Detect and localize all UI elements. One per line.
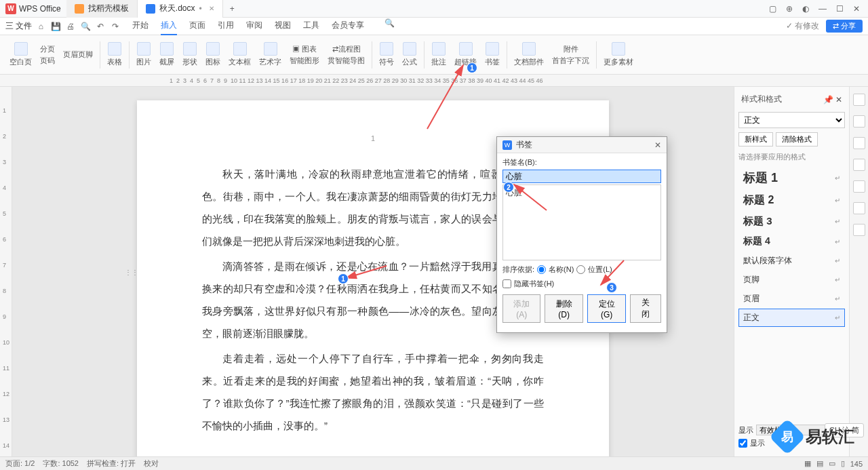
minimize-icon[interactable]: — — [818, 4, 827, 14]
textbox-icon — [233, 42, 247, 56]
print-icon[interactable]: 🖨 — [64, 20, 77, 33]
style-item-h3[interactable]: 标题 3↵ — [738, 212, 845, 231]
window-icon[interactable]: ▢ — [769, 4, 776, 14]
paragraph[interactable]: 走着走着，远处一个人停下了自行车，手中撑着一把伞，匆匆向我走来。近看走来的是我的… — [202, 347, 544, 437]
hyperlink-button[interactable]: 超链接 — [450, 35, 481, 74]
spell-status[interactable]: 拼写检查: 打开 — [87, 458, 136, 469]
horizontal-ruler[interactable]: 1 2 3 4 5 6 7 8 9 10 11 12 13 14 15 16 1… — [0, 75, 868, 87]
icon-button[interactable]: 图标 — [201, 35, 224, 74]
tab-member[interactable]: 会员专享 — [332, 17, 364, 35]
wordart-button[interactable]: 艺术字 — [255, 35, 285, 74]
formula-button[interactable]: 公式 — [398, 35, 421, 74]
view-icon[interactable]: ▦ — [804, 459, 811, 468]
tab-add[interactable]: + — [223, 4, 241, 14]
show-checkbox[interactable] — [738, 439, 747, 448]
style-item-h1[interactable]: 标题 1↵ — [738, 166, 845, 189]
maximize-icon[interactable]: ☐ — [836, 4, 844, 14]
page-break-button[interactable]: 分页页码 — [36, 35, 59, 74]
save-icon[interactable]: 💾 — [50, 20, 62, 33]
return-icon: ↵ — [835, 174, 840, 182]
close-button[interactable]: 关闭 — [630, 294, 661, 323]
tool-icon[interactable] — [853, 202, 865, 214]
view-icon[interactable]: ▭ — [829, 459, 835, 468]
style-item-footer[interactable]: 页脚↵ — [738, 271, 845, 289]
goto-button[interactable]: 定位(G) — [587, 294, 626, 323]
paragraph[interactable]: 滴滴答答，是雨在倾诉，还是心在流血？一片黯然浮于我用真挚付出的换来的却只有空虚和… — [202, 255, 544, 345]
tab-view[interactable]: 视图 — [275, 17, 291, 35]
sort-loc-radio[interactable] — [576, 265, 585, 274]
tab-document[interactable]: 秋天.docx • ✕ — [138, 0, 223, 18]
dialog-titlebar[interactable]: W 书签 ✕ — [497, 137, 667, 153]
comment-button[interactable]: 批注 — [427, 35, 450, 74]
sort-row: 排序依据: 名称(N) 位置(L) — [502, 265, 661, 275]
add-button[interactable]: 添加(A) — [502, 294, 540, 323]
bookmark-name-input[interactable] — [502, 170, 661, 183]
pin-icon[interactable]: 📌 — [823, 95, 833, 104]
tab-template[interactable]: 找稻壳模板 — [66, 0, 138, 18]
more-materials-button[interactable]: 更多素材 — [599, 35, 637, 74]
tab-insert[interactable]: 插入 — [161, 17, 177, 35]
proof-status[interactable]: 校对 — [144, 458, 159, 469]
chart-smartart[interactable]: ▣ 图表智能图形 — [285, 35, 323, 74]
symbol-button[interactable]: 符号 — [375, 35, 398, 74]
home-icon[interactable]: ⌂ — [35, 20, 47, 33]
tab-close[interactable]: ✕ — [209, 5, 214, 12]
close-icon[interactable]: ✕ — [835, 95, 842, 104]
search-icon[interactable]: 🔍 — [383, 17, 395, 29]
dialog-close[interactable]: ✕ — [654, 140, 661, 150]
style-item-body[interactable]: 正文↵ — [738, 309, 845, 327]
bookmark-list-item[interactable]: 心脏 — [505, 187, 659, 199]
vertical-ruler[interactable]: 123 456 789 101112 1314 — [0, 87, 12, 463]
tool-icon[interactable] — [853, 180, 865, 193]
hide-checkbox[interactable] — [502, 279, 511, 288]
bookmark-list[interactable]: 心脏 — [502, 184, 661, 260]
zoom-value[interactable]: 145 — [850, 460, 863, 468]
image-button[interactable]: 图片 — [132, 35, 155, 74]
redo-icon[interactable]: ↷ — [109, 20, 121, 33]
blank-page-button[interactable]: 空白页 — [5, 35, 36, 74]
tool-icon[interactable] — [853, 115, 865, 128]
shape-button[interactable]: 形状 — [178, 35, 201, 74]
paragraph-handle[interactable]: ⋮⋮ — [125, 269, 138, 276]
tool-icon[interactable] — [853, 159, 865, 171]
view-icon[interactable]: ▯ — [841, 459, 845, 468]
bookmark-button[interactable]: 书签 — [481, 35, 504, 74]
delete-button[interactable]: 删除(D) — [545, 294, 583, 323]
style-item-h2[interactable]: 标题 2↵ — [738, 190, 845, 211]
tool-icon[interactable] — [853, 224, 865, 236]
sort-name-radio[interactable] — [537, 265, 546, 274]
docparts-button[interactable]: 文档部件 — [510, 35, 548, 74]
tab-page[interactable]: 页面 — [189, 17, 205, 35]
close-icon[interactable]: ✕ — [853, 4, 860, 14]
new-style-button[interactable]: 新样式 — [738, 132, 773, 146]
avatar-icon[interactable]: ◐ — [802, 4, 809, 14]
tool-icon[interactable] — [853, 137, 865, 149]
current-style-select[interactable]: 正文 — [738, 112, 845, 128]
style-item-header[interactable]: 页眉↵ — [738, 290, 845, 308]
tab-start[interactable]: 开始 — [132, 17, 149, 35]
page-status[interactable]: 页面: 1/2 — [5, 458, 35, 469]
tab-review[interactable]: 审阅 — [246, 17, 262, 35]
document-text[interactable]: 秋天，落叶满地，冷寂的秋雨肆意地宣泄着它的情绪，喧嚣的世界调色。街巷，雨中，一个… — [202, 163, 544, 437]
file-menu[interactable]: 三 文件 — [5, 20, 32, 32]
tab-reference[interactable]: 引用 — [218, 17, 234, 35]
style-item-default[interactable]: 默认段落字体↵ — [738, 252, 845, 270]
style-item-h4[interactable]: 标题 4↵ — [738, 232, 845, 251]
dialog-body: 书签名(B): 心脏 排序依据: 名称(N) 位置(L) 隐藏书签(H) 添加(… — [497, 153, 667, 332]
clear-format-button[interactable]: 清除格式 — [776, 132, 818, 146]
preview-icon[interactable]: 🔍 — [79, 20, 92, 33]
header-footer-button[interactable]: 页眉页脚 — [59, 35, 97, 74]
view-icon[interactable]: ▤ — [816, 459, 823, 468]
textbox-button[interactable]: 文本框 — [224, 35, 255, 74]
share-button[interactable]: ⇄ 分享 — [826, 20, 863, 33]
flowchart-mindmap[interactable]: ⇄流程图贯智能导图 — [323, 35, 369, 74]
window-icon[interactable]: ⊕ — [786, 4, 793, 14]
table-button[interactable]: 表格 — [103, 35, 126, 74]
attachment-dropcap[interactable]: 附件首首字下沉 — [548, 35, 593, 74]
tab-tools[interactable]: 工具 — [303, 17, 319, 35]
paragraph[interactable]: 秋天，落叶满地，冷寂的秋雨肆意地宣泄着它的情绪，喧嚣的世界调色。街巷，雨中，一个… — [202, 163, 544, 252]
tool-icon[interactable] — [853, 94, 865, 106]
word-count[interactable]: 字数: 1052 — [43, 458, 79, 469]
screenshot-button[interactable]: 截屏 — [155, 35, 178, 74]
undo-icon[interactable]: ↶ — [94, 20, 106, 33]
